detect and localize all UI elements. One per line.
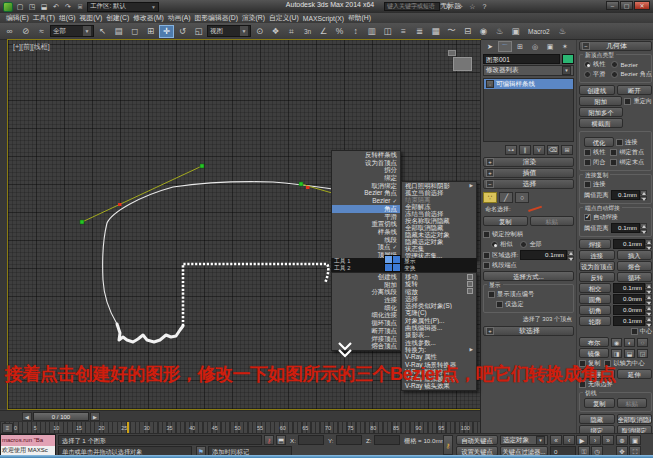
mini-curve-editor-icon[interactable]: ≡ [2,423,13,433]
create-line-button[interactable]: 创建线 [579,85,615,95]
menu-item-refine-connect[interactable]: 细化连接 [332,311,400,319]
menu-item-viewport-lighting[interactable]: 视口照明和阴影▶ [402,182,476,189]
viewport-label[interactable]: [+][前][线框] [13,42,50,52]
mirror-horizontal-icon[interactable]: ◨ [611,349,622,358]
selection-lock-key-icon[interactable]: ⚷ [264,435,274,445]
cycle-button[interactable]: 循环 [617,272,653,282]
play-icon[interactable]: ▶ [576,435,588,445]
align-icon[interactable]: ≡ [396,25,411,38]
copy-tangent-button[interactable]: 复制 [584,398,615,408]
smooth-vertex-radio[interactable] [584,71,591,78]
all-radio[interactable] [520,241,527,248]
linear-vertex-radio[interactable] [584,61,591,68]
maximize-button[interactable]: ▢ [620,1,633,10]
menu-item-vray-properties[interactable]: V-Ray 属性 [402,353,476,360]
previous-frame-icon[interactable]: ‹ [563,435,575,445]
boolean-union-icon[interactable]: ◉ [611,338,622,347]
rollout-geometry[interactable]: −几何体 [579,41,652,51]
rectangular-selection-region-icon[interactable]: ◻ [127,25,142,38]
menu-item-wire-parameters[interactable]: 连线参数... [402,339,476,346]
z-coordinate-field[interactable] [374,435,400,445]
attach-multiple-button[interactable]: 附加多个 [579,107,623,117]
go-to-start-icon[interactable]: « [550,435,562,445]
closed-checkbox[interactable] [584,159,591,166]
menu-item-spline[interactable]: 样条线 [332,228,400,236]
unbind-button[interactable]: 取消绑定 [617,425,653,433]
tab-create-icon[interactable]: ➤ [483,41,497,52]
percent-snap-icon[interactable]: % [332,25,347,38]
menu-item-bezier[interactable]: Bezier [332,197,400,205]
workspace-dropdown[interactable]: 工作区: 默认 ▼ [87,2,159,12]
menu-item-bind[interactable]: 绑定 [332,174,400,182]
bind-first-checkbox[interactable] [610,149,617,156]
save-file-icon[interactable]: ⬓ [39,2,49,12]
infocenter-search-input[interactable]: 键入关键字或短语 [384,2,440,11]
modifier-list-dropdown[interactable]: 修改器列表 ▼ [483,65,574,76]
bezier-vertex-radio[interactable] [611,61,618,68]
remove-modifier-icon[interactable]: ⌫ [547,145,559,155]
show-end-result-icon[interactable]: ∥ [519,145,531,155]
menu-item-divide[interactable]: 拆分 [332,166,400,174]
menu-create[interactable]: 创建(C) [106,13,129,23]
snaps-toggle-icon[interactable]: 3n [300,25,315,38]
boolean-subtract-icon[interactable]: ◐ [624,338,635,347]
rollout-interpolation[interactable]: +插值 [483,168,574,178]
fillet-spinner[interactable]: 0.0mm [613,294,652,304]
schematic-view-icon[interactable]: ⊟ [460,25,475,38]
make-first-button[interactable]: 设为首顶点 [579,261,615,271]
zoom-extents-icon[interactable]: ▣ [629,435,641,445]
menu-edit[interactable]: 编辑(E) [6,13,29,23]
menu-item-cycle-vertices[interactable]: 循环顶点 [332,319,400,327]
menu-rendering[interactable]: 渲染(R) [242,13,265,23]
use-pivot-point-icon[interactable]: ⊙ [252,25,267,38]
zoom-icon[interactable]: ⊕ [616,435,628,445]
linear-checkbox[interactable] [584,149,591,156]
tab-utilities-icon[interactable]: ✶ [558,41,572,52]
break-button[interactable]: 断开 [617,85,653,95]
menu-item-select-similar[interactable]: 选择类似对象(S) [402,302,476,309]
rendered-frame-icon[interactable]: ▣ [508,25,523,38]
menu-item-vertex[interactable]: 顶点 [332,243,400,251]
menu-item-corner-highlighted[interactable]: 角点 [332,205,400,213]
menu-item-select[interactable]: 选择 [402,295,476,302]
minimize-button[interactable]: – [606,1,619,10]
rollout-selection[interactable]: −选择 [483,179,574,189]
scale-settings-icon[interactable] [467,288,473,294]
menu-item-connect[interactable]: 连接 [332,296,400,304]
make-unique-icon[interactable]: ⋎ [533,145,545,155]
unlink-selection-icon[interactable]: ⊘ [18,25,33,38]
weld-threshold-spinner[interactable]: 0.1mm [613,239,652,249]
attach-button[interactable]: 附加 [579,96,622,106]
tab-hierarchy-icon[interactable]: ⊞ [513,41,527,52]
set-keys-key-icon[interactable]: ⚷ [443,435,453,455]
frame-back-arrow[interactable]: ◀ [22,412,32,421]
reverse-button[interactable]: 反转 [579,272,615,282]
paste-tangent-button[interactable]: 粘贴 [617,398,648,408]
vertex-subobject-icon[interactable]: ∵ [483,192,497,203]
menu-item-attach[interactable]: 附加 [332,281,400,289]
tangent-handle-point[interactable] [299,182,303,186]
select-and-rotate-icon[interactable]: ↺ [175,25,190,38]
menu-item-hide-selection[interactable]: 隐藏选定对象 [402,238,476,245]
rotate-settings-icon[interactable] [467,281,473,287]
mirror-icon[interactable]: ◫ [380,25,395,38]
outline-spinner[interactable]: 0.1mm [613,316,652,326]
auto-key-button[interactable]: 自动关键点 [456,435,498,445]
next-frame-icon[interactable]: › [589,435,601,445]
menu-item-create-line[interactable]: 创建线 [332,273,400,281]
menu-item-unfreeze-all[interactable]: 全部解冻 [402,203,476,210]
time-slider-handle[interactable]: 0 / 100 [33,412,89,421]
select-and-link-icon[interactable]: ∞ [2,25,17,38]
rollout-rendering[interactable]: +渲染 [483,157,574,167]
menu-item-freeze-selection[interactable]: 冻结当前选择 [402,210,476,217]
menu-views[interactable]: 视图(V) [80,13,103,23]
app-logo-icon[interactable] [3,2,13,12]
graphite-ribbon-icon[interactable]: ▦ [428,25,443,38]
search-icon[interactable]: ⚲ [443,2,454,11]
lightbulb-icon[interactable]: ◦ [486,80,494,88]
select-and-manipulate-icon[interactable]: ❖ [268,25,283,38]
menu-item-make-first[interactable]: 设为首顶点 [332,159,400,167]
cross-section-button[interactable]: 横截面 [579,118,623,128]
menu-group[interactable]: 组(G) [59,13,76,23]
center-checkbox[interactable] [631,328,638,335]
